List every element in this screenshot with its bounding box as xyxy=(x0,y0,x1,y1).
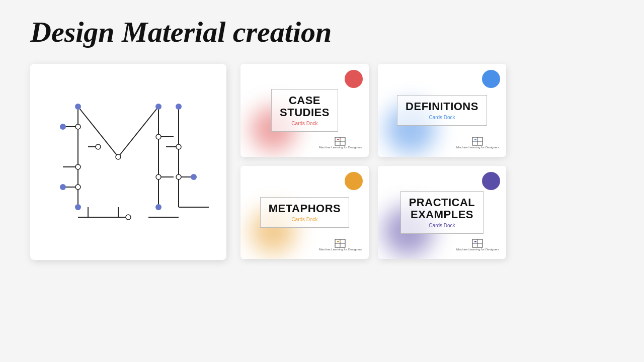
svg-point-21 xyxy=(156,134,161,139)
svg-point-32 xyxy=(155,204,162,210)
practical-title: PRACTICALEXAMPLES xyxy=(409,197,475,221)
svg-point-26 xyxy=(75,104,81,110)
cards-grid: CASESTUDIES Cards Dock Machine Learning … xyxy=(240,64,506,259)
card-practical-examples: PRACTICALEXAMPLES Cards Dock Machine Lea… xyxy=(378,166,506,259)
defs-subtitle: Cards Dock xyxy=(406,115,478,120)
svg-rect-40 xyxy=(337,139,339,140)
card-metaphors: METAPHORS Cards Dock Machine Learning fo… xyxy=(240,166,369,259)
svg-point-18 xyxy=(75,164,80,169)
svg-point-19 xyxy=(75,185,80,190)
svg-point-31 xyxy=(75,204,81,210)
case-accent-dot xyxy=(345,70,363,88)
defs-logo-icon xyxy=(472,137,483,146)
case-logo-icon xyxy=(335,137,346,146)
practical-logo-icon xyxy=(472,239,483,248)
svg-point-20 xyxy=(116,154,121,159)
defs-title: DEFINITIONS xyxy=(406,101,478,113)
practical-label-box: PRACTICALEXAMPLES Cards Dock xyxy=(400,191,484,234)
svg-rect-52 xyxy=(474,241,476,242)
card-definitions: DEFINITIONS Cards Dock Machine Learning … xyxy=(378,64,506,157)
meta-accent-dot xyxy=(345,172,363,190)
meta-title: METAPHORS xyxy=(269,203,341,215)
svg-point-34 xyxy=(191,174,197,180)
svg-point-36 xyxy=(96,144,101,149)
practical-logo: Machine Learning for Designers xyxy=(456,239,499,252)
case-subtitle: Cards Dock xyxy=(280,121,330,126)
svg-point-30 xyxy=(60,184,66,190)
circuit-diagram xyxy=(48,84,209,240)
practical-logo-text: Machine Learning for Designers xyxy=(456,248,499,252)
case-title: CASESTUDIES xyxy=(280,95,330,119)
case-label-box: CASESTUDIES Cards Dock xyxy=(271,89,338,132)
svg-point-17 xyxy=(75,124,80,129)
svg-point-29 xyxy=(60,124,66,130)
meta-subtitle: Cards Dock xyxy=(269,217,341,222)
svg-rect-48 xyxy=(337,241,339,242)
meta-logo: Machine Learning for Designers xyxy=(319,239,362,252)
svg-point-27 xyxy=(155,104,162,110)
case-logo-text: Machine Learning for Designers xyxy=(319,146,362,150)
svg-point-22 xyxy=(156,174,161,179)
page-title: Design Material creation xyxy=(30,15,332,49)
defs-accent-dot xyxy=(482,70,500,88)
svg-point-25 xyxy=(126,215,131,220)
svg-point-24 xyxy=(176,174,181,179)
defs-logo: Machine Learning for Designers xyxy=(456,137,499,150)
defs-logo-text: Machine Learning for Designers xyxy=(456,146,499,150)
defs-label-box: DEFINITIONS Cards Dock xyxy=(397,95,487,126)
practical-subtitle: Cards Dock xyxy=(409,223,475,228)
svg-point-23 xyxy=(176,144,181,149)
svg-point-28 xyxy=(176,104,182,110)
card-case-studies: CASESTUDIES Cards Dock Machine Learning … xyxy=(240,64,369,157)
main-card xyxy=(30,64,226,260)
svg-line-2 xyxy=(118,107,158,157)
content-area: CASESTUDIES Cards Dock Machine Learning … xyxy=(30,64,614,260)
case-logo: Machine Learning for Designers xyxy=(319,137,362,150)
meta-logo-text: Machine Learning for Designers xyxy=(319,248,362,252)
svg-rect-44 xyxy=(474,139,476,140)
meta-label-box: METAPHORS Cards Dock xyxy=(260,197,349,228)
practical-accent-dot xyxy=(482,172,500,190)
meta-logo-icon xyxy=(335,239,346,248)
